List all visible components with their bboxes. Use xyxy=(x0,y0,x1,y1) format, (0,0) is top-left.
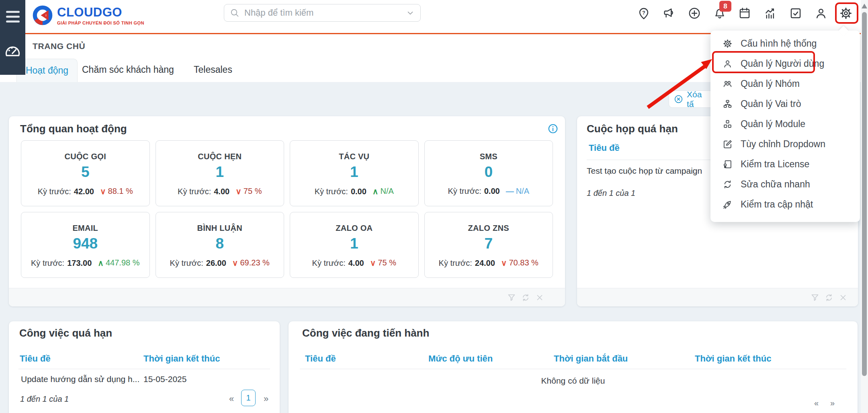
stat-card-cuoc-hen: CUỘC HẸN 1 Kỳ trước:4.00∨75 % xyxy=(156,140,285,206)
page-title: TRANG CHỦ xyxy=(33,41,85,51)
stat-card-email: EMAIL 948 Kỳ trước:173.00∧447.98 % xyxy=(21,212,150,278)
meeting-row[interactable]: Test tạo cuộc họp từ campaign xyxy=(587,166,702,176)
scrollbar-thumb[interactable] xyxy=(862,12,867,376)
menu-item-kiem-tra-cap-nhat[interactable]: Kiểm tra cập nhật xyxy=(710,194,860,214)
megaphone-icon[interactable] xyxy=(660,4,678,22)
task-row-end-time: 15-05-2025 xyxy=(143,374,186,384)
tasks-check-icon[interactable] xyxy=(787,4,805,22)
users-group-icon xyxy=(723,79,733,89)
menu-item-tuy-chinh-dropdown[interactable]: Tùy chỉnh Dropdown xyxy=(710,134,860,154)
menu-item-quan-ly-module[interactable]: Quản lý Module xyxy=(710,114,860,134)
clear-all-button[interactable]: Xóa tấ xyxy=(669,90,716,108)
activity-overview-panel: Tổng quan hoạt động CUỘC GỌI 5 Kỳ trước:… xyxy=(9,116,565,306)
gear-icon xyxy=(723,39,733,49)
tab-hoat-dong[interactable]: Hoạt động xyxy=(16,59,78,82)
stat-card-cuoc-goi: CUỘC GỌI 5 Kỳ trước:42.00∨88.1 % xyxy=(21,140,150,206)
calendar-icon[interactable] xyxy=(736,4,753,22)
column-header-title[interactable]: Tiêu đề xyxy=(305,353,336,364)
column-header-end-time[interactable]: Thời gian kết thúc xyxy=(695,353,771,364)
column-header-title[interactable]: Tiêu đề xyxy=(589,143,620,153)
empty-state-text: Không có dữ liệu xyxy=(289,376,858,386)
close-icon[interactable] xyxy=(839,293,848,302)
scroll-up-arrow[interactable] xyxy=(862,4,867,8)
panel-footer xyxy=(577,288,858,306)
stat-card-zalo-zns: ZALO ZNS 7 Kỳ trước:24.00∨70.83 % xyxy=(424,212,553,278)
next-page-button[interactable]: » xyxy=(264,394,268,404)
column-header-priority[interactable]: Mức độ ưu tiên xyxy=(428,353,493,364)
stat-card-tac-vu: TÁC VỤ 1 Kỳ trước:0.00∧N/A xyxy=(290,140,419,206)
filter-icon[interactable] xyxy=(811,293,819,302)
search-icon xyxy=(230,8,240,18)
panel-title: Tổng quan hoạt động xyxy=(20,123,127,135)
column-header-start-time[interactable]: Thời gian bắt đầu xyxy=(554,353,628,364)
info-icon[interactable] xyxy=(547,123,559,134)
next-page-button[interactable]: » xyxy=(830,399,835,408)
refresh-icon[interactable] xyxy=(825,293,833,302)
user-icon xyxy=(723,59,733,69)
stat-card-sms: SMS 0 Kỳ trước:0.00—N/A xyxy=(424,140,553,206)
menu-item-quan-ly-nhom[interactable]: Quản lý Nhóm xyxy=(710,74,860,94)
filter-icon[interactable] xyxy=(507,293,516,302)
brand-tagline: GIẢI PHÁP CHUYỂN ĐỔI SỐ TINH GỌN xyxy=(57,21,144,25)
search-input[interactable] xyxy=(244,8,401,18)
task-row-title[interactable]: Update hướng dẫn sử dụng h... xyxy=(21,374,139,384)
map-pin-help-icon[interactable]: ? xyxy=(635,4,653,22)
refresh-icon xyxy=(723,179,733,189)
inprogress-tasks-panel: Công việc đang tiến hành Tiêu đề Mức độ … xyxy=(289,321,858,413)
hamburger-menu-icon[interactable] xyxy=(4,6,22,27)
plus-circle-icon[interactable] xyxy=(686,4,703,22)
scrollbar[interactable] xyxy=(861,0,868,413)
menu-item-kiem-tra-license[interactable]: Kiểm tra License xyxy=(710,154,860,174)
global-search xyxy=(224,4,421,22)
page-number-button[interactable]: 1 xyxy=(241,390,256,406)
column-header-title[interactable]: Tiêu đề xyxy=(20,353,51,364)
sidebar xyxy=(0,0,25,75)
menu-item-quan-ly-vai-tro[interactable]: Quản lý Vai trò xyxy=(710,94,860,114)
overdue-tasks-panel: Công việc quá hạn Tiêu đề Thời gian kết … xyxy=(9,321,280,413)
refresh-icon[interactable] xyxy=(521,293,530,302)
dashboard-gauge-icon[interactable] xyxy=(3,40,22,59)
prev-page-button[interactable]: « xyxy=(814,399,819,408)
menu-item-cau-hinh-he-thong[interactable]: Cấu hình hệ thống xyxy=(710,33,860,53)
modules-icon xyxy=(723,119,733,129)
clear-circle-x-icon xyxy=(674,95,683,104)
stat-card-zalo-oa: ZALO OA 1 Kỳ trước:4.00∨75 % xyxy=(290,212,419,278)
rocket-icon xyxy=(723,199,733,210)
user-icon[interactable] xyxy=(812,4,830,22)
tab-cham-soc-khach-hang[interactable]: Chăm sóc khách hàng xyxy=(82,64,174,75)
prev-page-button[interactable]: « xyxy=(229,394,234,404)
notification-badge: 8 xyxy=(719,1,731,12)
column-header-end-time[interactable]: Thời gian kết thúc xyxy=(143,353,220,364)
panel-title: Công việc quá hạn xyxy=(19,327,112,339)
cloudgo-logo: CLOUDGO GIẢI PHÁP CHUYỂN ĐỔI SỐ TINH GỌN xyxy=(32,5,144,26)
app-screen: CLOUDGO GIẢI PHÁP CHUYỂN ĐỔI SỐ TINH GỌN… xyxy=(0,0,868,413)
close-icon[interactable] xyxy=(535,293,544,302)
pagination-label: 1 đến 1 của 1 xyxy=(20,395,69,404)
svg-text:?: ? xyxy=(642,10,645,16)
gear-icon[interactable] xyxy=(837,4,855,22)
pagination-label: 1 đến 1 của 1 xyxy=(587,189,635,198)
panel-footer xyxy=(9,288,565,306)
cloudgo-logo-icon xyxy=(32,5,53,26)
stat-card-binh-luan: BÌNH LUẬN 8 Kỳ trước:26.00∨69.23 % xyxy=(156,212,285,278)
hierarchy-icon xyxy=(723,99,733,109)
panel-title: Cuộc họp quá hạn xyxy=(587,123,678,135)
chevron-down-icon[interactable] xyxy=(406,8,415,17)
menu-item-quan-ly-nguoi-dung[interactable]: Quản lý Người dùng xyxy=(710,53,860,74)
settings-dropdown-menu: Cấu hình hệ thống Quản lý Người dùng Quả… xyxy=(710,31,860,222)
tab-telesales[interactable]: Telesales xyxy=(194,64,232,75)
panel-title: Công việc đang tiến hành xyxy=(302,327,429,339)
analytics-icon[interactable] xyxy=(762,4,779,22)
menu-item-sua-chua-nhanh[interactable]: Sửa chữa nhanh xyxy=(710,174,860,194)
brand-name: CLOUDGO xyxy=(57,5,144,20)
top-header: CLOUDGO GIẢI PHÁP CHUYỂN ĐỔI SỐ TINH GỌN… xyxy=(0,0,868,34)
stat-cards-grid: CUỘC GỌI 5 Kỳ trước:42.00∨88.1 % CUỘC HẸ… xyxy=(21,140,553,278)
edit-icon xyxy=(723,139,733,149)
license-icon xyxy=(723,159,733,169)
